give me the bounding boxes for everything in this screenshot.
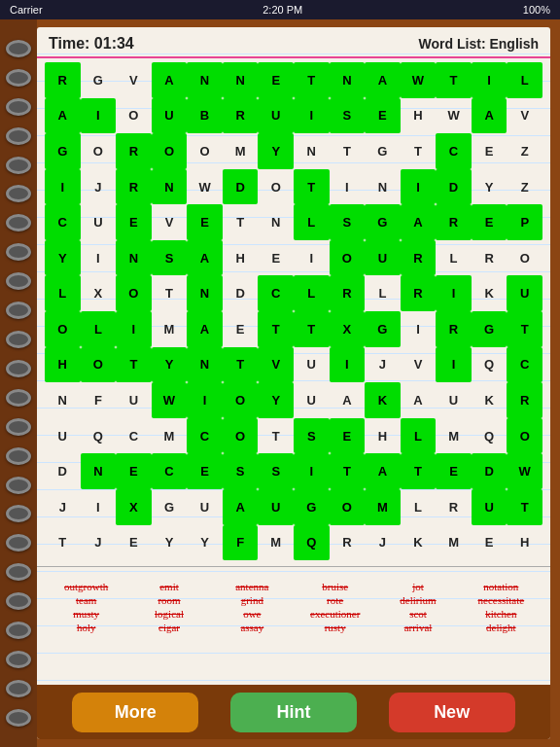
grid-cell: O <box>187 133 223 169</box>
grid-cell: H <box>45 347 81 383</box>
grid-cell: L <box>401 489 437 525</box>
word-item: delight <box>462 622 541 633</box>
grid-cell: R <box>401 275 437 311</box>
grid-cell: C <box>258 275 294 311</box>
grid-cell: D <box>472 453 508 489</box>
grid-cell: X <box>116 489 152 525</box>
grid-cell: E <box>223 311 259 347</box>
more-button[interactable]: More <box>72 693 198 732</box>
time: 2:20 PM <box>262 4 302 16</box>
grid-cell: I <box>294 240 330 276</box>
grid-cell: U <box>507 275 542 311</box>
grid-cell: N <box>81 453 117 489</box>
grid-cell: U <box>472 489 508 525</box>
grid-cell: L <box>365 275 401 311</box>
grid-cell: E <box>187 453 223 489</box>
word-item: grind <box>213 594 292 606</box>
spiral-ring <box>6 331 31 348</box>
spiral-ring <box>6 127 31 145</box>
word-item: assay <box>213 622 292 633</box>
grid-cell: S <box>223 453 259 489</box>
grid-cell: U <box>294 382 330 418</box>
grid-cell: O <box>507 418 542 454</box>
grid-cell: T <box>294 311 330 347</box>
grid-cell: T <box>116 347 152 383</box>
grid-cell: A <box>45 98 81 134</box>
grid-cell: S <box>294 418 330 454</box>
grid-cell: O <box>81 133 117 169</box>
grid-cell: O <box>330 489 366 525</box>
grid-cell: L <box>45 275 81 311</box>
spiral-ring <box>6 447 31 465</box>
spiral-ring <box>6 214 31 231</box>
grid-cell: I <box>81 98 117 134</box>
new-button[interactable]: New <box>389 693 515 732</box>
found-words-area: outgrowthemitantennabruisejotnotationtea… <box>37 571 550 685</box>
grid-cell: R <box>436 204 472 240</box>
grid-cell: Q <box>472 418 508 454</box>
grid-cell: U <box>187 489 223 525</box>
word-item: owe <box>213 608 292 620</box>
grid-cell: A <box>365 453 401 489</box>
grid-cell: I <box>294 98 330 134</box>
grid-cell: E <box>116 525 152 561</box>
spiral-ring <box>6 709 31 727</box>
grid-cell: U <box>152 98 188 134</box>
grid-cell: K <box>472 382 508 418</box>
grid-cell: W <box>152 382 188 418</box>
paper-content: Time: 01:34 Word List: English RGVANNETN… <box>37 27 550 739</box>
grid-cell: W <box>507 453 542 489</box>
grid-cell: T <box>294 169 330 205</box>
grid-cell: O <box>223 382 259 418</box>
word-item: rusty <box>296 622 374 633</box>
grid-cell: I <box>330 169 366 205</box>
word-item: antenna <box>213 581 292 592</box>
grid-cell: M <box>223 133 259 169</box>
grid-cell: T <box>436 62 472 98</box>
hint-button[interactable]: Hint <box>230 693 357 732</box>
notebook: Time: 01:34 Word List: English RGVANNETN… <box>0 19 560 747</box>
spiral-ring <box>6 157 31 174</box>
word-item: notation <box>462 581 541 592</box>
grid-cell: R <box>472 240 508 276</box>
grid-cell: A <box>223 489 259 525</box>
spiral-ring <box>6 534 31 551</box>
grid-cell: N <box>116 240 152 276</box>
grid-cell: I <box>330 347 366 383</box>
grid-cell: I <box>187 382 223 418</box>
grid-cell: T <box>152 275 188 311</box>
grid-cell: U <box>258 98 294 134</box>
grid-cell: J <box>365 525 401 561</box>
grid-cell: N <box>45 382 81 418</box>
grid-cell: Z <box>507 169 542 205</box>
grid-cell: X <box>330 311 366 347</box>
grid-cell: V <box>152 204 188 240</box>
grid-cell: B <box>187 98 223 134</box>
grid-cell: I <box>436 347 472 383</box>
grid-cell: E <box>472 204 508 240</box>
grid-cell: L <box>294 204 330 240</box>
game-header: Time: 01:34 Word List: English <box>37 27 550 58</box>
word-item: bruise <box>296 581 374 592</box>
grid-cell: U <box>45 418 81 454</box>
grid-cell: A <box>365 62 401 98</box>
word-item: musty <box>47 608 125 620</box>
grid-cell: N <box>187 275 223 311</box>
grid-cell: J <box>81 525 117 561</box>
grid-cell: A <box>187 311 223 347</box>
grid-cell: L <box>401 418 437 454</box>
grid-cell: A <box>401 382 437 418</box>
grid-cell: R <box>330 275 366 311</box>
grid-cell: O <box>116 275 152 311</box>
grid-cell: E <box>436 453 472 489</box>
grid-cell: R <box>436 311 472 347</box>
grid-cell: T <box>294 62 330 98</box>
grid-cell: U <box>258 489 294 525</box>
grid-cell: E <box>116 453 152 489</box>
spiral-ring <box>6 98 31 116</box>
grid-cell: L <box>81 311 117 347</box>
grid-cell: Y <box>258 133 294 169</box>
grid-cell: G <box>81 62 117 98</box>
grid-cell: N <box>330 62 366 98</box>
grid-cell: A <box>472 98 508 134</box>
